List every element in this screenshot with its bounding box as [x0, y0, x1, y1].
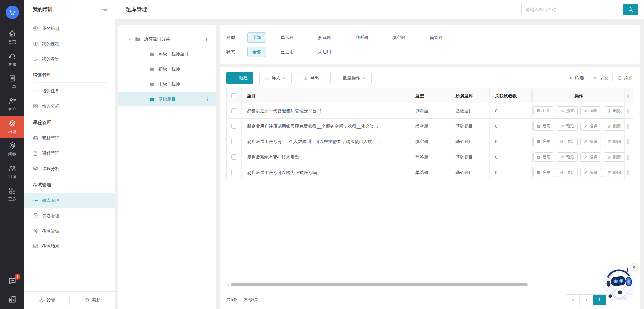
- filter-type-single[interactable]: 单选题: [281, 35, 318, 41]
- app-logo[interactable]: [6, 6, 19, 19]
- search-button[interactable]: [623, 4, 638, 15]
- scroll-left-arrow[interactable]: [226, 284, 229, 286]
- filter-status-all[interactable]: 全部: [247, 47, 266, 57]
- tree-root-all-categories[interactable]: 所有题目分类: [118, 32, 216, 46]
- sidebar-header: 我的培训: [24, 0, 115, 19]
- trash-icon: [607, 170, 611, 175]
- sidebar-item-question-bank[interactable]: 题库管理: [24, 193, 115, 208]
- tree-item-basic-questions[interactable]: 基础题目: [118, 92, 216, 106]
- filter-type-judge[interactable]: 判断题: [355, 35, 392, 41]
- enable-button[interactable]: 启用: [533, 122, 554, 131]
- sidebar-item-training-tasks[interactable]: 培训任务: [24, 83, 115, 99]
- sidebar-item-course-mgmt[interactable]: 课程管理: [24, 146, 115, 161]
- edit-button[interactable]: 编辑: [580, 137, 601, 146]
- refresh-button[interactable]: 刷新: [612, 75, 633, 81]
- filter-status-disabled[interactable]: 未启用: [318, 49, 355, 55]
- edit-button[interactable]: 编辑: [580, 152, 601, 162]
- preview-button[interactable]: 预览: [557, 152, 578, 162]
- tree-item-mid-engineer[interactable]: 中级工程师: [118, 77, 216, 91]
- filter-status-enabled[interactable]: 已启用: [281, 49, 318, 55]
- page-size-select[interactable]: 20条/页: [244, 297, 263, 303]
- scrollbar-thumb[interactable]: [231, 283, 528, 286]
- assistant-widget[interactable]: ×: [599, 263, 639, 303]
- sidebar-item-training-analysis[interactable]: 培训分析: [24, 99, 115, 114]
- building-icon[interactable]: [8, 295, 17, 304]
- notification-badge: 1: [15, 274, 20, 280]
- tree-item-junior-engineer[interactable]: 初级工程师: [118, 62, 216, 76]
- fields-button[interactable]: 字段: [588, 75, 612, 81]
- row-checkbox[interactable]: [231, 124, 236, 129]
- collapse-sidebar-icon[interactable]: [101, 6, 107, 12]
- sidebar-item-my-courses[interactable]: 我的课程: [24, 36, 115, 51]
- question-bank: 基础题目: [450, 103, 490, 118]
- sidebar-item-paper-mgmt[interactable]: 试卷管理: [24, 208, 115, 223]
- question-bank: 基础题目: [450, 165, 490, 180]
- filter-type-all[interactable]: 全部: [247, 32, 266, 43]
- row-checkbox[interactable]: [231, 108, 236, 113]
- sidebar-item-label: 课程管理: [42, 150, 59, 157]
- rail-item-service[interactable]: 客服: [0, 48, 24, 71]
- table-header-row: 题目 题型 所属题库 关联试卷数 操作: [227, 88, 633, 103]
- sidebar-item-course-analysis[interactable]: 课程分析: [24, 161, 115, 176]
- enable-button[interactable]: 启用: [533, 168, 554, 177]
- question-type: 填空题: [410, 134, 450, 149]
- sidebar-item-my-training[interactable]: 我的培训: [24, 21, 115, 36]
- pencil-icon: [584, 124, 588, 128]
- settings-button[interactable]: 设置: [24, 297, 69, 303]
- create-button[interactable]: 新建: [226, 72, 253, 84]
- edit-button[interactable]: 编辑: [580, 106, 601, 115]
- export-button[interactable]: 导出: [298, 72, 324, 84]
- rail-item-customer[interactable]: 客户: [0, 93, 24, 116]
- filter-type-multi[interactable]: 多选题: [318, 35, 355, 41]
- first-page-button[interactable]: «: [566, 295, 579, 305]
- sidebar-item-exam-mgmt[interactable]: 考试管理: [24, 223, 115, 238]
- filter-button[interactable]: 筛选: [564, 75, 588, 81]
- rail-item-more[interactable]: 更多: [0, 183, 24, 205]
- cart-icon: [9, 9, 16, 16]
- delete-button[interactable]: 删除: [604, 106, 625, 115]
- enable-button[interactable]: 启用: [533, 137, 554, 146]
- sidebar-item-exam-results[interactable]: 考试结果: [24, 238, 115, 253]
- enable-button[interactable]: 启用: [533, 152, 554, 162]
- rail-item-training[interactable]: 培训: [0, 116, 24, 138]
- rail-item-home[interactable]: 首页: [0, 26, 24, 48]
- row-checkbox[interactable]: [231, 154, 236, 160]
- edit-button[interactable]: 编辑: [580, 122, 601, 131]
- rail-item-survey[interactable]: 问卷: [0, 138, 24, 161]
- preview-button[interactable]: 预览: [557, 168, 578, 177]
- delete-button[interactable]: 删除: [604, 122, 625, 131]
- tree-root-label[interactable]: 所有题目分类: [144, 36, 201, 42]
- enable-button[interactable]: 启用: [533, 106, 554, 115]
- sidebar-item-label: 考试结果: [42, 243, 59, 249]
- preview-button[interactable]: 预览: [557, 137, 578, 146]
- filter-type-label: 题型: [226, 35, 247, 41]
- delete-button[interactable]: 删除: [604, 137, 625, 146]
- sidebar-item-label: 我的课程: [42, 41, 59, 47]
- add-category-icon[interactable]: [204, 37, 209, 42]
- help-button[interactable]: 帮助: [70, 297, 115, 303]
- preview-button[interactable]: 预览: [557, 122, 578, 131]
- select-all-checkbox[interactable]: [231, 93, 236, 98]
- import-button[interactable]: 导入: [259, 72, 292, 84]
- preview-button[interactable]: 预览: [557, 106, 578, 115]
- delete-button[interactable]: 删除: [604, 168, 625, 177]
- row-checkbox[interactable]: [231, 139, 236, 144]
- chevron-down-icon[interactable]: [128, 37, 131, 41]
- batch-actions-button[interactable]: 批量操作: [330, 72, 372, 84]
- delete-button[interactable]: 删除: [604, 152, 625, 162]
- more-options-icon[interactable]: [205, 97, 210, 102]
- search-input[interactable]: [521, 4, 623, 15]
- sidebar-item-my-exams[interactable]: 我的考试: [24, 51, 115, 66]
- filter-type-blank[interactable]: 填空题: [392, 35, 430, 41]
- prev-page-button[interactable]: ‹: [579, 295, 593, 305]
- rail-item-ticket[interactable]: 工单: [0, 71, 24, 93]
- sidebar-item-material-mgmt[interactable]: 素材管理: [24, 131, 115, 146]
- edit-button[interactable]: 编辑: [580, 168, 601, 177]
- rail-item-org[interactable]: 组织: [0, 161, 24, 183]
- chat-button[interactable]: 1: [8, 276, 17, 286]
- close-assistant-button[interactable]: ×: [630, 263, 638, 271]
- filter-type-short[interactable]: 简答题: [430, 35, 467, 41]
- row-checkbox[interactable]: [231, 170, 236, 175]
- app-window: 首页 客服 工单 客户 培训 问卷 组织 更多: [0, 0, 644, 309]
- tree-item-senior-engineer[interactable]: 高级工程师题目: [118, 47, 216, 61]
